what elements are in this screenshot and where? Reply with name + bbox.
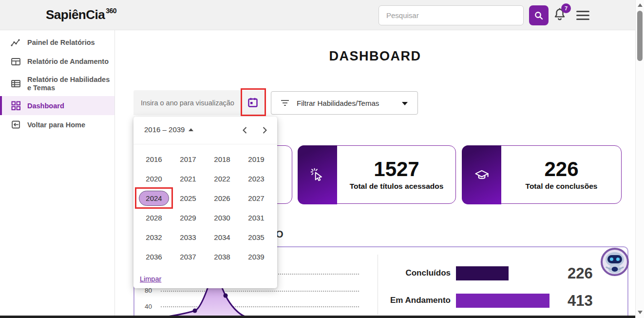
year-option[interactable]: 2022 xyxy=(205,169,239,188)
year-option[interactable]: 2019 xyxy=(239,149,273,169)
year-option[interactable]: 2020 xyxy=(137,169,171,188)
year-option[interactable]: 2026 xyxy=(205,188,239,208)
clear-year-link[interactable]: Limpar xyxy=(140,275,161,283)
year-option[interactable]: 2034 xyxy=(205,227,239,247)
year-option[interactable]: 2039 xyxy=(239,247,273,266)
sidebar-item-label: Dashboard xyxy=(27,102,64,110)
line-chart-icon xyxy=(11,38,21,48)
year-option[interactable]: 2033 xyxy=(171,227,205,247)
year-range-label: 2016 – 2039 xyxy=(144,125,185,134)
stat-card-titulos-acessados: 1527 Total de títulos acessados xyxy=(298,145,456,204)
year-option[interactable]: 2025 xyxy=(171,188,205,208)
notifications-button[interactable]: 7 xyxy=(552,7,570,24)
year-option[interactable]: 2021 xyxy=(171,169,205,188)
search-input[interactable] xyxy=(379,5,524,25)
sidebar-item-label: Voltar para Home xyxy=(27,121,85,129)
sidebar-item-relatorio-de-andamento[interactable]: Relatório de Andamento xyxy=(0,52,114,71)
scroll-down-arrow-icon[interactable] xyxy=(638,311,643,314)
year-option[interactable]: 2030 xyxy=(205,208,239,227)
stat-card-conclusoes: 226 Total de conclusões xyxy=(462,145,622,204)
sidebar-item-relatorio-habilidades-temas[interactable]: Relatório de Habilidades e Temas xyxy=(0,71,114,96)
year-option[interactable]: 2017 xyxy=(171,149,205,169)
year-option[interactable]: 2018 xyxy=(205,149,239,169)
year-option[interactable]: 2031 xyxy=(239,208,273,227)
year-option[interactable]: 2035 xyxy=(239,227,273,247)
stat-value: 1527 xyxy=(374,159,419,180)
year-option[interactable]: 2023 xyxy=(239,169,273,188)
chart-legend-divider xyxy=(378,255,378,315)
notification-badge: 7 xyxy=(561,3,571,13)
stat-label: Total de conclusões xyxy=(526,182,598,191)
filter-habilidades-dropdown[interactable]: Filtrar Habilidades/Temas xyxy=(271,91,418,115)
sidebar: Painel de Relatórios Relatório de Andame… xyxy=(0,30,115,318)
previous-range-button[interactable] xyxy=(239,125,251,137)
legend-value-em-andamento: 413 xyxy=(568,292,611,310)
assistant-robot-avatar[interactable] xyxy=(601,248,629,276)
cursor-click-icon xyxy=(310,168,325,182)
chevron-left-icon xyxy=(240,125,250,135)
sidebar-item-voltar-para-home[interactable]: Voltar para Home xyxy=(0,115,114,134)
year-grid: 2016 2017 2018 2019 2020 2021 2022 2023 … xyxy=(137,149,273,266)
brand-name: SapiênCia xyxy=(46,7,105,22)
stat-value: 226 xyxy=(544,159,578,180)
search-button[interactable] xyxy=(529,5,549,25)
report-panel-icon xyxy=(11,57,21,67)
exit-left-icon xyxy=(11,119,21,130)
robot-icon xyxy=(601,248,629,276)
year-range-toggle[interactable]: 2016 – 2039 xyxy=(144,125,193,134)
data-point xyxy=(193,309,197,313)
sidebar-item-dashboard[interactable]: Dashboard xyxy=(0,96,114,115)
calendar-icon xyxy=(247,97,259,108)
filter-dropdown-label: Filtrar Habilidades/Temas xyxy=(297,99,379,107)
chevron-right-icon xyxy=(260,125,269,135)
year-option[interactable]: 2029 xyxy=(171,208,205,227)
top-header: SapiênCia360 7 xyxy=(0,0,644,30)
scrollbar-thumb[interactable] xyxy=(637,11,643,61)
page-title: DASHBOARD xyxy=(115,49,635,64)
triangle-up-icon xyxy=(189,128,193,131)
sidebar-item-label: Relatório de Habilidades e Temas xyxy=(27,76,111,92)
search-icon xyxy=(534,11,544,20)
app-window: SapiênCia360 7 Painel de Relatórios Rela… xyxy=(0,0,644,318)
calendar-button[interactable] xyxy=(246,97,259,109)
data-point xyxy=(224,294,228,298)
year-option[interactable]: 2028 xyxy=(137,208,171,227)
legend-bar-em-andamento xyxy=(456,294,549,308)
window-bottom-edge xyxy=(0,316,635,318)
brand-logo: SapiênCia360 xyxy=(46,7,116,22)
legend-bar-concluidos xyxy=(456,266,509,280)
year-input[interactable] xyxy=(133,90,243,115)
graduation-cap-icon xyxy=(474,167,490,183)
year-option[interactable]: 2016 xyxy=(137,149,171,169)
year-option[interactable]: 2036 xyxy=(137,247,171,266)
year-option[interactable]: 2027 xyxy=(239,188,273,208)
year-picker-panel: 2016 – 2039 2016 2017 2018 2019 2020 202… xyxy=(133,117,277,288)
chevron-down-icon xyxy=(402,102,408,105)
brand-superscript: 360 xyxy=(106,7,116,15)
sidebar-item-painel-de-relatorios[interactable]: Painel de Relatórios xyxy=(0,33,114,52)
scroll-up-arrow-icon[interactable] xyxy=(638,3,643,7)
filter-icon xyxy=(280,99,290,107)
year-option[interactable]: 2032 xyxy=(137,227,171,247)
year-option[interactable]: 2038 xyxy=(205,247,239,266)
year-option[interactable]: 2037 xyxy=(171,247,205,266)
year-option-selected[interactable]: 2024 xyxy=(137,188,171,208)
year-filter-field xyxy=(133,90,265,115)
stat-label: Total de títulos acessados xyxy=(350,182,444,191)
next-range-button[interactable] xyxy=(259,125,270,137)
dashboard-grid-icon xyxy=(11,100,21,111)
table-icon xyxy=(11,79,21,89)
menu-icon[interactable] xyxy=(576,11,589,20)
sidebar-item-label: Relatório de Andamento xyxy=(27,58,109,66)
vertical-scrollbar[interactable] xyxy=(635,0,644,318)
sidebar-item-label: Painel de Relatórios xyxy=(27,39,95,47)
